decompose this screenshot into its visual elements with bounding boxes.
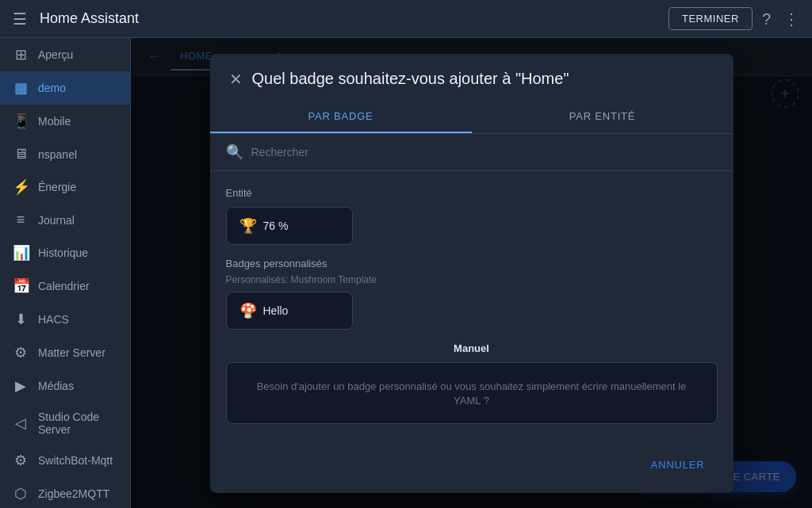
matter-icon: ⚙ xyxy=(13,344,29,361)
sidebar-label-calendrier: Calendrier xyxy=(38,280,90,292)
main-layout: ⊞ Aperçu ▦ demo 📱 Mobile 🖥 nspanel ⚡ Éne… xyxy=(0,38,812,508)
sidebar-item-studio[interactable]: ◁ Studio Code Server xyxy=(0,403,130,444)
zigbee-icon: ⬡ xyxy=(13,485,29,502)
sidebar-label-medias: Médias xyxy=(38,380,74,392)
annuler-button[interactable]: ANNULER xyxy=(642,453,714,477)
switchbot-icon: ⚙ xyxy=(13,452,29,469)
entity-badge-text: 76 % xyxy=(263,220,289,232)
add-badge-modal: ✕ Quel badge souhaitez-vous ajouter à "H… xyxy=(210,54,733,493)
modal-tab-par-badge[interactable]: PAR BADGE xyxy=(210,101,472,133)
sidebar-item-journal[interactable]: ≡ Journal xyxy=(0,204,130,236)
nspanel-icon: 🖥 xyxy=(13,146,29,162)
sidebar-item-demo[interactable]: ▦ demo xyxy=(0,71,130,105)
sidebar-label-energie: Énergie xyxy=(38,181,76,193)
manual-section: Manuel Besoin d'ajouter un badge personn… xyxy=(226,342,718,424)
sidebar-item-nspanel[interactable]: 🖥 nspanel xyxy=(0,138,130,170)
modal-footer: ANNULER xyxy=(210,443,733,493)
custom-section-label: Badges personnalisés xyxy=(226,258,718,269)
custom-badge-grid: 🍄 Hello xyxy=(226,292,718,330)
manual-text: Besoin d'ajouter un badge personnalisé o… xyxy=(257,380,687,407)
help-button[interactable]: ? xyxy=(759,8,774,30)
journal-icon: ≡ xyxy=(13,212,29,228)
sidebar-label-switchbot: SwitchBot-Mqtt xyxy=(38,454,113,467)
sidebar-item-energie[interactable]: ⚡ Énergie xyxy=(0,170,130,204)
sidebar-item-switchbot[interactable]: ⚙ SwitchBot-Mqtt xyxy=(0,444,130,477)
modal-search-bar: 🔍 xyxy=(210,134,733,171)
more-menu-button[interactable]: ⋮ xyxy=(780,8,802,30)
hacs-icon: ⬇ xyxy=(13,311,29,328)
modal-tab-par-entite[interactable]: PAR ENTITÉ xyxy=(472,101,733,133)
historique-icon: 📊 xyxy=(13,244,29,262)
modal-body: Entité 🏆 76 % Badges personnalisés Perso… xyxy=(210,171,733,443)
entity-section-label: Entité xyxy=(226,187,718,199)
modal-header: ✕ Quel badge souhaitez-vous ajouter à "H… xyxy=(210,54,733,101)
sidebar-label-zigbee: Zigbee2MQTT xyxy=(38,487,109,500)
header-actions: TERMINER ? ⋮ xyxy=(668,7,802,30)
sidebar-label-mobile: Mobile xyxy=(38,115,71,128)
modal-close-button[interactable]: ✕ xyxy=(229,71,243,87)
sidebar-item-matter[interactable]: ⚙ Matter Server xyxy=(0,336,130,369)
custom-badge-text: Hello xyxy=(263,304,289,317)
content-area: ← HOME ✏ → + + ✕ Quel badge souhaitez-vo… xyxy=(131,38,812,508)
entity-badge-grid: 🏆 76 % xyxy=(226,207,718,245)
mobile-icon: 📱 xyxy=(13,113,29,130)
demo-icon: ▦ xyxy=(13,79,29,97)
sidebar-label-demo: demo xyxy=(38,82,66,94)
custom-badge-card[interactable]: 🍄 Hello xyxy=(226,292,353,330)
sidebar-label-nspanel: nspanel xyxy=(38,148,77,161)
sidebar-label-studio: Studio Code Server xyxy=(38,411,117,436)
sidebar-label-apercu: Aperçu xyxy=(38,48,73,61)
app-title: Home Assistant xyxy=(40,10,139,27)
medias-icon: ▶ xyxy=(13,377,29,395)
modal-tabs: PAR BADGE PAR ENTITÉ xyxy=(210,101,733,134)
entity-badge-card[interactable]: 🏆 76 % xyxy=(226,207,353,245)
calendrier-icon: 📅 xyxy=(13,277,29,295)
sidebar-item-calendrier[interactable]: 📅 Calendrier xyxy=(0,269,130,303)
sidebar-label-hacs: HACS xyxy=(38,313,69,326)
terminer-button[interactable]: TERMINER xyxy=(668,7,753,30)
modal-overlay: ✕ Quel badge souhaitez-vous ajouter à "H… xyxy=(131,38,812,508)
apercu-icon: ⊞ xyxy=(13,46,29,63)
sidebar: ⊞ Aperçu ▦ demo 📱 Mobile 🖥 nspanel ⚡ Éne… xyxy=(0,38,131,508)
studio-icon: ◁ xyxy=(13,414,29,432)
entity-badge-icon: 🏆 xyxy=(239,217,257,235)
sidebar-label-journal: Journal xyxy=(38,214,75,227)
top-header: ☰ Home Assistant TERMINER ? ⋮ xyxy=(0,0,812,38)
sidebar-item-hacs[interactable]: ⬇ HACS xyxy=(0,303,130,336)
sidebar-item-apercu[interactable]: ⊞ Aperçu xyxy=(0,38,130,71)
energie-icon: ⚡ xyxy=(13,178,29,196)
manual-label: Manuel xyxy=(226,342,718,354)
sidebar-item-historique[interactable]: 📊 Historique xyxy=(0,236,130,269)
search-input[interactable] xyxy=(251,146,718,159)
search-icon: 🔍 xyxy=(226,143,243,161)
custom-badge-icon: 🍄 xyxy=(239,302,257,319)
sidebar-label-historique: Historique xyxy=(38,246,88,259)
manual-box[interactable]: Besoin d'ajouter un badge personnalisé o… xyxy=(226,362,718,424)
sidebar-item-zigbee[interactable]: ⬡ Zigbee2MQTT xyxy=(0,477,130,508)
sidebar-label-matter: Matter Server xyxy=(38,346,105,359)
modal-title: Quel badge souhaitez-vous ajouter à "Hom… xyxy=(252,70,569,88)
menu-icon[interactable]: ☰ xyxy=(10,6,30,32)
custom-sub-label: Personnalisés: Mushroom Template xyxy=(226,274,718,285)
sidebar-item-medias[interactable]: ▶ Médias xyxy=(0,369,130,403)
sidebar-item-mobile[interactable]: 📱 Mobile xyxy=(0,105,130,138)
